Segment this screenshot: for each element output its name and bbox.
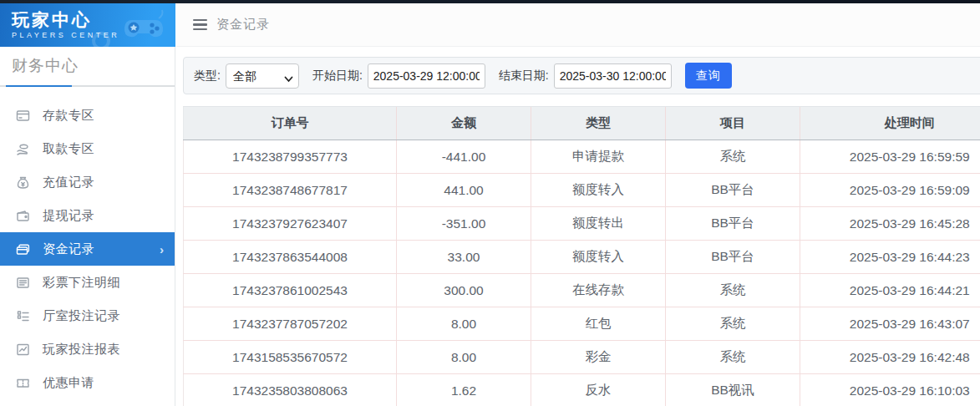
content-area: 类型: 全部 开始日期: 结束日期: 查询 订单号 [176,47,980,406]
amount-cell: 441.00 [397,174,531,207]
sidebar: 玩家中心 PLAYERS CENTER 财务中心 存款专区 [0,0,175,406]
topbar: 资金记录 [176,3,980,47]
sidebar-menu-item[interactable]: 优惠申请 [0,366,175,399]
type-cell: 红包 [531,307,666,341]
time-cell: 2025-03-29 16:44:23 [800,241,980,274]
order-number-cell: 1743237861002543 [184,274,397,307]
order-number-cell: 1743237787057202 [184,307,397,341]
order-number-cell: 1743238748677817 [184,174,397,207]
sidebar-item-label: 资金记录 [43,241,94,257]
order-number-cell: 1743237863544008 [184,241,397,274]
search-button[interactable]: 查询 [685,63,732,89]
table-row: 1743237927623407 -351.00 额度转出 BB平台 2025-… [184,207,980,241]
sidebar-menu-item[interactable]: 充值记录 [0,165,175,199]
table-header-cell: 处理时间 [800,107,980,140]
main-area: 资金记录 类型: 全部 开始日期: 结束日期: 查询 [176,3,980,406]
hand-money-icon [16,142,30,156]
sidebar-item-label: 取款专区 [43,141,94,157]
sidebar-item-label: 玩家投注报表 [43,342,120,358]
item-cell: BB视讯 [666,374,800,406]
table-row: 1743237787057202 8.00 红包 系统 2025-03-29 1… [184,307,980,341]
time-cell: 2025-03-29 16:45:28 [800,207,980,241]
form-list-icon [16,309,30,323]
records-table: 订单号 金额 类型 项目 处理时间 1743238799357773 [183,106,980,406]
sidebar-item-label: 充值记录 [43,175,94,190]
order-number-cell: 1743237927623407 [184,207,397,241]
ticket-icon [16,376,30,390]
type-cell: 申请提款 [531,140,666,174]
sidebar-menu-item[interactable]: 提现记录 [0,199,175,232]
item-cell: 系统 [666,341,800,374]
type-cell: 额度转入 [531,174,666,207]
sidebar-item-label: 厅室投注记录 [43,308,120,324]
chevron-right-icon: › [160,242,164,256]
sidebar-menu-item[interactable]: 厅室投注记录 [0,299,175,332]
sidebar-menu-item[interactable]: 优惠申请记录 [0,399,175,406]
filter-bar: 类型: 全部 开始日期: 结束日期: 查询 [183,57,980,94]
type-cell: 反水 [531,374,666,406]
item-cell: BB平台 [666,174,800,207]
item-cell: BB平台 [666,241,800,274]
order-number-cell: 1743158535670572 [184,341,397,374]
type-filter-label: 类型: [194,69,221,84]
gamepad-icon [109,5,170,47]
table-header-row: 订单号 金额 类型 项目 处理时间 [184,107,980,140]
amount-cell: 300.00 [397,274,531,307]
item-cell: BB平台 [666,207,800,241]
type-cell: 在线存款 [531,274,666,307]
credit-cards-icon [16,242,30,256]
amount-cell: 1.62 [397,374,531,406]
hamburger-icon[interactable] [193,19,207,31]
page-title: 资金记录 [216,17,270,33]
time-cell: 2025-03-29 16:44:21 [800,274,980,307]
sidebar-menu-item[interactable]: 彩票下注明细 [0,266,175,299]
table-header-cell: 金额 [397,107,531,140]
list-doc-icon [16,276,30,290]
table-row: 1743238748677817 441.00 额度转入 BB平台 2025-0… [184,174,980,207]
top-navy-strip [0,0,980,3]
time-cell: 2025-03-29 16:59:09 [800,174,980,207]
start-date-input[interactable] [368,63,485,89]
table-row: 1743237863544008 33.00 额度转入 BB平台 2025-03… [184,241,980,274]
order-number-cell: 1743238799357773 [184,140,397,174]
sidebar-item-label: 提现记录 [43,208,94,224]
sidebar-menu-item[interactable]: 资金记录 › [0,232,175,266]
deposit-card-icon [16,109,30,123]
type-cell: 彩金 [531,341,666,374]
item-cell: 系统 [666,307,800,341]
sidebar-menu: 存款专区 取款专区 充值记录 提现记录 [0,99,175,406]
type-cell: 额度转出 [531,207,666,241]
type-cell: 额度转入 [531,241,666,274]
amount-cell: -351.00 [397,207,531,241]
table-row: 1743238799357773 -441.00 申请提款 系统 2025-03… [184,140,980,174]
order-number-cell: 1743235803808063 [184,374,397,406]
start-date-label: 开始日期: [312,69,363,84]
table-header-cell: 类型 [531,107,666,140]
time-cell: 2025-03-29 16:59:59 [800,140,980,174]
table-row: 1743237861002543 300.00 在线存款 系统 2025-03-… [184,274,980,307]
table-header-cell: 项目 [666,107,800,140]
section-divider [0,85,175,87]
wallet-icon [16,209,30,223]
table-header-cell: 订单号 [184,107,397,140]
sidebar-menu-item[interactable]: 玩家投注报表 [0,332,175,366]
sidebar-section-title: 财务中心 [12,55,175,77]
time-cell: 2025-03-29 16:42:48 [800,341,980,374]
app-logo[interactable]: 玩家中心 PLAYERS CENTER [0,3,175,47]
type-select-wrap: 全部 [226,63,299,89]
sidebar-item-label: 彩票下注明细 [43,275,120,291]
time-cell: 2025-03-29 16:43:07 [800,307,980,341]
table-row: 1743158535670572 8.00 彩金 系统 2025-03-29 1… [184,341,980,374]
logo-ring-decoration [92,32,110,47]
table-row: 1743235803808063 1.62 反水 BB视讯 2025-03-29… [184,374,980,406]
time-cell: 2025-03-29 16:10:03 [800,374,980,406]
sidebar-item-label: 存款专区 [43,108,94,124]
sidebar-menu-item[interactable]: 取款专区 [0,132,175,165]
chart-report-icon [16,343,30,357]
amount-cell: -441.00 [397,140,531,174]
type-select[interactable]: 全部 [226,63,299,89]
money-bag-icon [16,175,30,190]
end-date-input[interactable] [554,63,672,89]
end-date-label: 结束日期: [499,69,549,84]
sidebar-menu-item[interactable]: 存款专区 [0,99,175,132]
